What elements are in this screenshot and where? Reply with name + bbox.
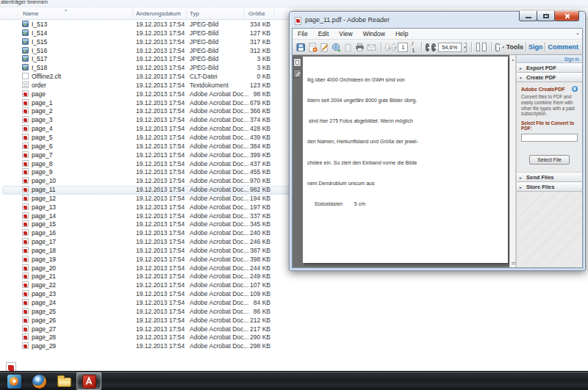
taskbar-adobe-reader-button[interactable] bbox=[76, 372, 101, 390]
file-row[interactable]: page_1419.12.2013 17:54Adobe Acrobat Doc… bbox=[0, 212, 289, 221]
file-row[interactable]: page_519.12.2013 17:54Adobe Acrobat Doc.… bbox=[0, 134, 289, 142]
select-file-button[interactable]: Select File bbox=[529, 155, 570, 165]
file-row[interactable]: page_1319.12.2013 17:54Adobe Acrobat Doc… bbox=[0, 203, 289, 212]
file-row[interactable]: page_119.12.2013 17:54Adobe Acrobat Doc.… bbox=[0, 99, 289, 108]
info-icon[interactable] bbox=[572, 86, 578, 92]
menu-view[interactable]: View bbox=[334, 29, 357, 40]
column-divider[interactable] bbox=[243, 9, 244, 18]
taskbar-firefox-button[interactable] bbox=[26, 372, 51, 390]
close-button[interactable] bbox=[554, 11, 579, 21]
scrolling-mode-icon[interactable] bbox=[476, 43, 480, 51]
zoom-in-icon[interactable] bbox=[431, 43, 435, 51]
file-row[interactable]: page_1619.12.2013 17:54Adobe Acrobat Doc… bbox=[0, 229, 289, 238]
file-name-cell: I_518 bbox=[32, 64, 47, 73]
file-row[interactable]: page_2719.12.2013 17:54Adobe Acrobat Doc… bbox=[0, 325, 289, 334]
comment-button[interactable]: Comment bbox=[548, 43, 578, 51]
file-row[interactable]: page_419.12.2013 17:54Adobe Acrobat Doc.… bbox=[0, 125, 289, 134]
file-size-cell: 970 KB bbox=[220, 177, 270, 186]
file-row[interactable]: Offline2.clt19.12.2013 17:54CLT-Datei0 K… bbox=[0, 73, 289, 82]
create-pdf-icon[interactable] bbox=[308, 42, 318, 52]
file-row[interactable]: page_2019.12.2013 17:54Adobe Acrobat Doc… bbox=[0, 264, 289, 273]
file-row[interactable]: I_51719.12.2013 17:54JPEG-Bild3 KB bbox=[0, 55, 289, 64]
file-row[interactable]: page19.12.2013 17:54Adobe Acrobat Doc...… bbox=[0, 90, 289, 99]
file-row[interactable]: page_819.12.2013 17:54Adobe Acrobat Doc.… bbox=[0, 160, 289, 169]
panel-section-store-files[interactable]: ▸ Store Files bbox=[517, 182, 582, 192]
file-row[interactable]: page_2619.12.2013 17:54Adobe Acrobat Doc… bbox=[0, 317, 289, 325]
annotations-icon[interactable] bbox=[293, 69, 301, 78]
panel-section-export-pdf[interactable]: ▸ Export PDF bbox=[517, 63, 582, 73]
file-row[interactable]: page_1519.12.2013 17:54Adobe Acrobat Doc… bbox=[0, 220, 289, 229]
file-row[interactable]: page_1019.12.2013 17:54Adobe Acrobat Doc… bbox=[0, 177, 289, 186]
zoom-out-icon[interactable] bbox=[426, 43, 429, 51]
open-file-icon[interactable] bbox=[296, 42, 306, 52]
panel-section-send-files[interactable]: ▸ Send Files bbox=[517, 173, 582, 182]
edit-pencil-icon[interactable] bbox=[320, 42, 329, 52]
email-icon[interactable] bbox=[367, 42, 376, 52]
menu-help[interactable]: Help bbox=[390, 29, 413, 40]
pdf-file-icon bbox=[22, 160, 29, 167]
file-row[interactable]: page_219.12.2013 17:54Adobe Acrobat Doc.… bbox=[0, 107, 289, 116]
sign-button[interactable]: Sign bbox=[528, 43, 543, 51]
column-header-name[interactable]: Name bbox=[23, 7, 38, 20]
file-row[interactable]: page_1719.12.2013 17:54Adobe Acrobat Doc… bbox=[0, 238, 289, 247]
file-row[interactable]: page_2219.12.2013 17:54Adobe Acrobat Doc… bbox=[0, 281, 289, 290]
page-number-input[interactable] bbox=[398, 43, 408, 52]
scroll-up-icon[interactable]: ▲ bbox=[511, 57, 515, 62]
file-row[interactable]: page_2119.12.2013 17:54Adobe Acrobat Doc… bbox=[0, 272, 289, 281]
title-bar[interactable]: page_11.pdf - Adobe Reader bbox=[290, 12, 585, 28]
file-row[interactable]: page_1219.12.2013 17:54Adobe Acrobat Doc… bbox=[0, 195, 289, 203]
file-row[interactable]: page_719.12.2013 17:54Adobe Acrobat Doc.… bbox=[0, 151, 289, 160]
pdf-file-icon bbox=[22, 195, 29, 201]
panel-section-create-pdf[interactable]: ▾ Create PDF bbox=[517, 73, 582, 82]
maximize-button[interactable] bbox=[537, 11, 555, 21]
zoom-dropdown-icon[interactable]: ▾ bbox=[464, 43, 467, 52]
column-divider[interactable] bbox=[273, 9, 274, 18]
file-row[interactable]: page_2419.12.2013 17:54Adobe Acrobat Doc… bbox=[0, 299, 289, 308]
tools-button[interactable]: Tools bbox=[506, 43, 523, 51]
vertical-scrollbar[interactable]: ▲ bbox=[509, 55, 516, 267]
file-row[interactable]: page_619.12.2013 17:54Adobe Acrobat Doc.… bbox=[0, 142, 289, 151]
fullscreen-icon[interactable] bbox=[495, 43, 500, 51]
file-row[interactable]: I_51419.12.2013 17:54JPEG-Bild127 KB bbox=[0, 29, 289, 38]
sign-in-link[interactable]: Sign In bbox=[517, 55, 582, 63]
column-header-type[interactable]: Typ bbox=[190, 7, 199, 20]
save-clipboard-icon[interactable] bbox=[343, 42, 353, 52]
convert-file-input[interactable] bbox=[521, 134, 578, 142]
file-row[interactable]: page_2819.12.2013 17:54Adobe Acrobat Doc… bbox=[0, 333, 289, 342]
minimize-button[interactable] bbox=[519, 11, 537, 21]
file-row[interactable]: I_51819.12.2013 17:54JPEG-Bild3 KB bbox=[0, 64, 289, 73]
file-row[interactable]: page_919.12.2013 17:54Adobe Acrobat Doc.… bbox=[0, 168, 289, 177]
column-divider[interactable] bbox=[186, 9, 187, 18]
menu-window[interactable]: Window bbox=[358, 29, 390, 40]
burn-disc-label[interactable]: atenträger brennen bbox=[1, 0, 48, 5]
file-row[interactable]: page_1919.12.2013 17:54Adobe Acrobat Doc… bbox=[0, 256, 289, 264]
file-row[interactable]: page_1819.12.2013 17:54Adobe Acrobat Doc… bbox=[0, 247, 289, 256]
file-row[interactable]: page_1119.12.2013 17:54Adobe Acrobat Doc… bbox=[0, 186, 289, 195]
next-page-icon[interactable] bbox=[392, 43, 395, 51]
scrollbar-handle[interactable] bbox=[512, 262, 515, 264]
file-row[interactable]: page_2519.12.2013 17:54Adobe Acrobat Doc… bbox=[0, 308, 289, 317]
file-row[interactable]: page_2919.12.2013 17:54Adobe Acrobat Doc… bbox=[0, 342, 289, 351]
file-row[interactable]: I_51319.12.2013 17:54JPEG-Bild334 KB bbox=[0, 21, 289, 29]
file-size-cell: 217 KB bbox=[220, 325, 270, 334]
file-row[interactable]: page_2319.12.2013 17:54Adobe Acrobat Doc… bbox=[0, 290, 289, 299]
file-row[interactable]: order19.12.2013 17:54Textdokument123 KB bbox=[0, 82, 289, 90]
column-header-date[interactable]: Änderungsdatum bbox=[136, 7, 181, 20]
print-icon[interactable] bbox=[355, 42, 365, 52]
taskbar-explorer-button[interactable] bbox=[51, 372, 76, 390]
column-divider[interactable] bbox=[132, 9, 133, 18]
share-globe-icon[interactable] bbox=[331, 42, 341, 52]
file-row[interactable]: I_51619.12.2013 17:54JPEG-Bild312 KB bbox=[0, 47, 289, 56]
menu-file[interactable]: File bbox=[293, 29, 313, 40]
previous-page-icon[interactable] bbox=[385, 43, 389, 51]
taskbar-media-player-button[interactable] bbox=[1, 372, 26, 390]
file-name-cell: page_24 bbox=[32, 299, 56, 308]
page-thumbnails-icon[interactable] bbox=[293, 58, 301, 67]
file-row[interactable]: page_319.12.2013 17:54Adobe Acrobat Doc.… bbox=[0, 116, 289, 125]
file-size-cell: 123 KB bbox=[220, 82, 270, 90]
menu-edit[interactable]: Edit bbox=[313, 29, 334, 40]
page-display-icon[interactable] bbox=[482, 43, 486, 51]
zoom-level-input[interactable] bbox=[438, 43, 462, 52]
file-row[interactable]: I_51519.12.2013 17:54JPEG-Bild317 KB bbox=[0, 38, 289, 47]
column-header-size[interactable]: Größe bbox=[248, 7, 265, 20]
